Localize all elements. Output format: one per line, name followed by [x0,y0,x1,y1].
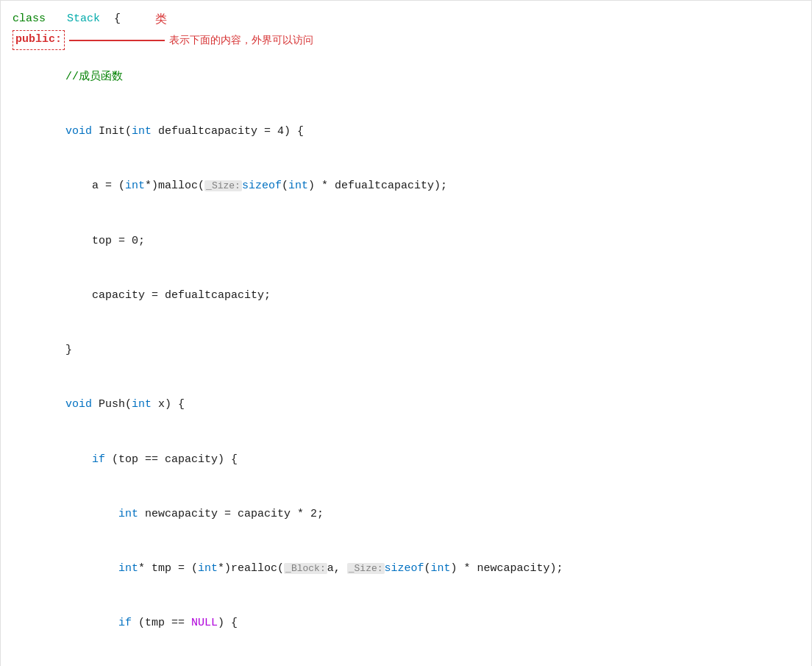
line-realloc: int* tmp = (int*)realloc(_Block:a, _Size… [13,542,799,596]
public-annotation: 表示下面的内容，外界可以访问 [169,32,313,49]
class-zh-annotation: 类 [155,10,167,29]
line-newcapacity: int newcapacity = capacity * 2; [13,487,799,542]
line-comment-member-func: //成员函数 [13,50,799,104]
line-class-declaration: class Stack { 类 [13,10,799,29]
line-close-init: } [13,323,799,378]
line-public: public: 表示下面的内容，外界可以访问 [13,30,799,50]
line-void-push: void Push(int x) { [13,378,799,433]
line-top-zero: top = 0; [13,214,799,269]
public-keyword: public: [13,30,65,50]
comment-member-functions: //成员函数 [39,71,123,83]
brace-open: { [107,10,121,29]
line-if-top: if (top == capacity) { [13,433,799,487]
code-container: class Stack { 类 public: 表示下面的内容，外界可以访问 /… [0,0,812,666]
line-if-null: if (tmp == NULL) { [13,597,799,651]
keyword-class: class [13,10,46,29]
line-perror: perror(_ErrMsg:"realloc fail"); [13,651,799,666]
line-void-init: void Init(int defualtcapacity = 4) { [13,104,799,159]
class-name: Stack [67,10,100,29]
line-malloc: a = (int*)malloc(_Size:sizeof(int) * def… [13,160,799,214]
red-arrow-line [69,40,165,41]
line-capacity: capacity = defualtcapacity; [13,269,799,323]
